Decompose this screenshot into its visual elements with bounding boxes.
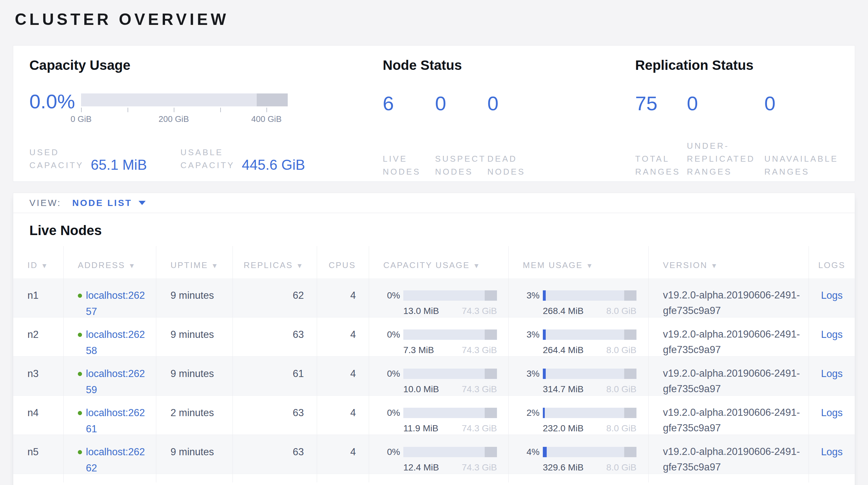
column-header-uptime[interactable]: UPTIME▼ [156,246,233,278]
replication-stat: 75TOTAL RANGES [635,93,687,178]
node-address-cell: localhost:26258 [64,317,156,356]
column-header-replicas[interactable]: REPLICAS▼ [233,246,317,278]
node-uptime-cell: 9 minutes [156,435,233,474]
node-address: localhost:26258 [78,326,156,359]
column-header-label: ADDRESS [78,260,125,270]
mem-usage-bar-reserved [624,290,637,301]
capacity-stat-label-line: USED [29,146,84,159]
capacity-usage-bar-reserved [485,330,497,340]
node-status-label: DEAD NODES [487,152,539,178]
node-replicas-cell: 63 [233,435,317,474]
column-header-id[interactable]: ID▼ [13,246,64,278]
mem-usage-total: 8.0 GiB [607,384,637,395]
sort-arrow-icon: ▼ [586,262,594,269]
summary-panel: Capacity Usage 0.0% 0 GiB200 GiB400 GiB … [13,45,855,182]
capacity-usage-chart: 0.0% 0 GiB200 GiB400 GiB [29,93,383,124]
clipped-row-cell [64,474,156,482]
mem-usage-used: 268.4 MiB [543,306,584,317]
capacity-stat-label-line: CAPACITY [29,159,84,172]
sort-arrow-icon: ▼ [41,262,49,269]
logs-link[interactable]: Logs [821,368,842,379]
axis-tick-label: 200 GiB [159,114,189,124]
logs-link[interactable]: Logs [821,407,842,419]
mem-usage-values: 329.6 MiB8.0 GiB [543,462,637,473]
capacity-usage-bar [403,290,497,301]
column-header-address[interactable]: ADDRESS▼ [64,246,156,278]
column-header-capacity-usage[interactable]: CAPACITY USAGE▼ [369,246,508,278]
logs-link[interactable]: Logs [821,329,842,340]
node-mem-usage-cell: 3%264.4 MiB8.0 GiB [508,317,649,356]
column-header-label: MEM USAGE [523,260,583,270]
node-status-label: LIVE NODES [383,152,435,178]
node-uptime-cell: 9 minutes [156,356,233,396]
node-cpus-cell: 4 [317,278,369,317]
capacity-stat: USABLECAPACITY445.6 GiB [181,146,305,172]
node-address-link[interactable]: localhost:26259 [86,366,147,398]
node-cpus-cell: 4 [317,317,369,356]
node-status-value: 0 [487,93,539,113]
replication-label: UNAVAILABLE RANGES [764,152,855,178]
column-header-cpus[interactable]: CPUS [317,246,369,278]
mem-usage-used: 314.7 MiB [543,384,584,395]
capacity-usage-used: 7.3 MiB [403,345,434,356]
column-header-logs[interactable]: LOGS [809,246,855,278]
mem-usage-total: 8.0 GiB [607,306,637,317]
node-replicas-cell: 63 [233,317,317,356]
live-status-dot [78,333,82,337]
column-header-label: REPLICAS [244,260,293,270]
node-version-cell: v19.2.0-alpha.20190606-2491-gfe735c9a97 [649,396,809,435]
capacity-stat-value: 445.6 GiB [242,158,305,172]
node-id-cell: n1 [13,278,64,317]
axis-tick [220,108,221,112]
replication-status-section: Replication Status 75TOTAL RANGES0UNDER-… [635,57,855,172]
logs-link[interactable]: Logs [821,446,842,458]
chevron-down-icon [138,201,146,205]
column-header-version[interactable]: VERSION▼ [649,246,809,278]
mem-usage-meter: 3% [523,287,648,304]
node-replicas-cell: 61 [233,356,317,396]
live-nodes-title: Live Nodes [13,213,855,246]
capacity-stat: USEDCAPACITY65.1 MiB [29,146,147,172]
node-address-link[interactable]: localhost:26258 [86,326,147,359]
mem-usage-values: 314.7 MiB8.0 GiB [543,384,637,395]
capacity-stat-label: USEDCAPACITY [29,146,84,172]
node-address-link[interactable]: localhost:26262 [86,444,147,476]
sort-arrow-icon: ▼ [128,262,136,269]
node-address: localhost:26257 [78,287,156,320]
mem-usage-percent: 3% [523,326,539,343]
clipped-row-cell [156,474,233,482]
replication-label: UNDER-REPLICATED RANGES [687,139,764,178]
node-cpus-cell: 4 [317,356,369,396]
capacity-usage-total: 74.3 GiB [462,306,497,317]
replication-value: 0 [764,93,855,113]
node-uptime-cell: 9 minutes [156,317,233,356]
node-uptime-cell: 9 minutes [156,278,233,317]
node-address-link[interactable]: localhost:26257 [86,287,147,320]
node-status-section: Node Status 6LIVE NODES0SUSPECT NODES0DE… [383,57,635,172]
axis-tick [174,108,175,112]
clipped-row-cell [809,474,855,482]
logs-link[interactable]: Logs [821,290,842,301]
capacity-usage-bar-reserved [485,408,497,418]
capacity-usage-total: 74.3 GiB [462,384,497,395]
mem-usage-bar [543,330,637,340]
capacity-usage-percent: 0% [383,366,400,382]
clipped-row-cell [317,474,369,482]
replication-label: TOTAL RANGES [635,152,687,178]
node-version-cell: v19.2.0-alpha.20190606-2491-gfe735c9a97 [649,356,809,396]
mem-usage-bar-reserved [624,447,637,457]
mem-usage-meter: 2% [523,405,648,421]
column-header-mem-usage[interactable]: MEM USAGE▼ [508,246,649,278]
mem-usage-bar-reserved [624,408,637,418]
node-version-cell: v19.2.0-alpha.20190606-2491-gfe735c9a97 [649,317,809,356]
axis-tick [267,108,267,112]
sort-arrow-icon: ▼ [473,262,481,269]
capacity-usage-bar [403,330,497,340]
node-address-link[interactable]: localhost:26261 [86,405,147,437]
view-selector[interactable]: NODE LIST [72,198,146,208]
mem-usage-used: 329.6 MiB [543,462,584,473]
node-status-title: Node Status [383,57,635,74]
replication-status-title: Replication Status [635,57,855,74]
mem-usage-bar [543,290,637,301]
column-header-label: CAPACITY USAGE [383,260,470,270]
